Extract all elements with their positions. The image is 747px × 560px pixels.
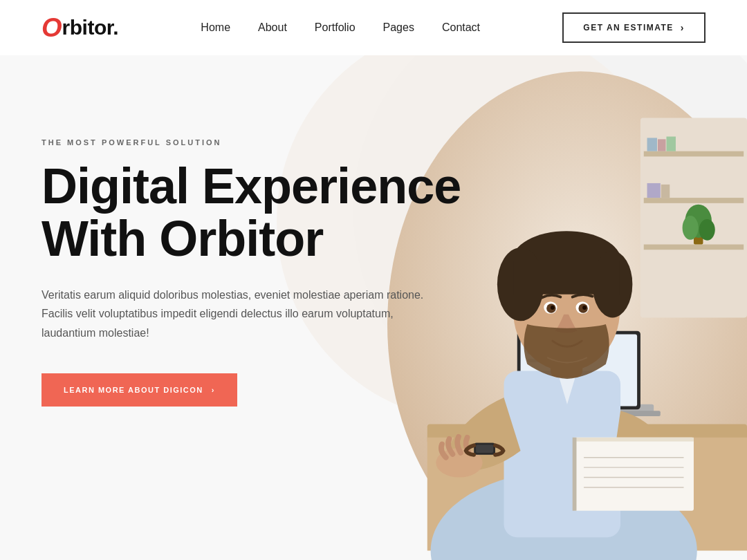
logo[interactable]: O rbitor. — [42, 15, 118, 41]
svg-rect-5 — [644, 245, 744, 250]
nav-item-portfolio[interactable]: Portfolio — [315, 21, 356, 34]
chevron-right-icon: › — [212, 386, 215, 394]
learn-more-button[interactable]: LEARN MORE ABOUT DIGICON › — [42, 373, 237, 407]
hero-title-line1: Digital Experience — [42, 158, 461, 214]
svg-rect-6 — [647, 138, 657, 151]
logo-text: rbitor. — [62, 16, 119, 39]
nav-item-home[interactable]: Home — [201, 21, 230, 34]
svg-rect-8 — [666, 137, 675, 151]
svg-point-13 — [683, 216, 699, 240]
hero-content: THE MOST POWERFUL SOLUTION Digital Exper… — [42, 138, 461, 407]
nav-item-contact[interactable]: Contact — [442, 21, 480, 34]
learn-more-label: LEARN MORE ABOUT DIGICON — [64, 386, 203, 394]
logo-o: O — [42, 15, 62, 41]
hero-title: Digital Experience With Orbitor — [42, 160, 461, 265]
svg-rect-43 — [574, 438, 694, 511]
svg-point-37 — [551, 306, 555, 310]
svg-rect-9 — [647, 183, 661, 198]
get-estimate-button[interactable]: GET AN ESTIMATE › — [562, 12, 706, 43]
nav-item-about[interactable]: About — [258, 21, 287, 34]
svg-rect-32 — [514, 261, 619, 295]
main-nav: Home About Portfolio Pages Contact — [201, 21, 480, 34]
chevron-right-icon: › — [681, 22, 685, 33]
svg-point-38 — [582, 306, 587, 310]
hero-eyebrow: THE MOST POWERFUL SOLUTION — [42, 138, 461, 147]
hero-title-line2: With Orbitor — [42, 211, 323, 266]
hero-section: THE MOST POWERFUL SOLUTION Digital Exper… — [0, 55, 747, 560]
hero-description: Veritatis earum aliquid doloribus molest… — [42, 286, 429, 342]
get-estimate-label: GET AN ESTIMATE — [583, 23, 674, 32]
nav-item-pages[interactable]: Pages — [383, 21, 414, 34]
svg-rect-4 — [644, 198, 744, 203]
svg-rect-10 — [661, 185, 670, 198]
svg-rect-49 — [573, 438, 577, 511]
svg-rect-44 — [574, 438, 694, 442]
svg-point-14 — [699, 219, 715, 241]
svg-rect-3 — [644, 151, 744, 157]
site-header: O rbitor. Home About Portfolio Pages Con… — [0, 0, 747, 55]
svg-rect-41 — [476, 445, 493, 453]
svg-rect-7 — [658, 139, 666, 151]
